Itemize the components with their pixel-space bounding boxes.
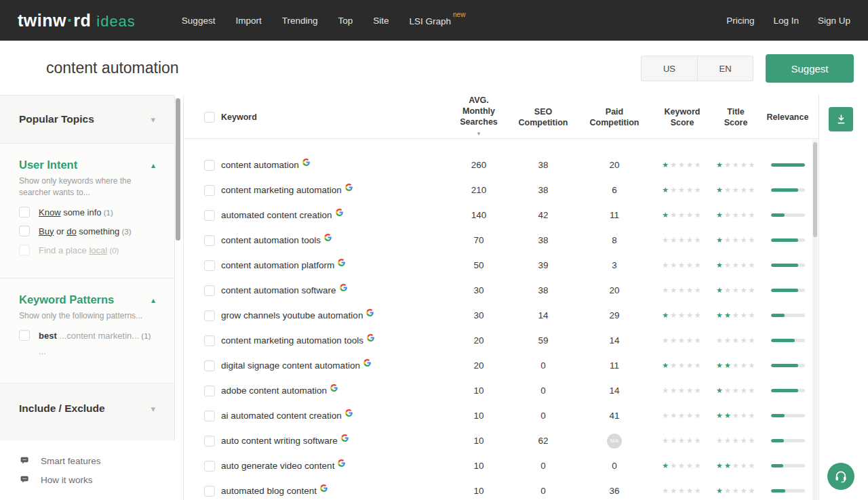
table-row[interactable]: automated content creation 140 42 11 ★★★… xyxy=(184,203,818,228)
star-empty-icon: ★ xyxy=(678,286,686,294)
google-search-icon[interactable] xyxy=(330,384,338,392)
more-patterns-ellipsis[interactable]: ... xyxy=(39,346,155,356)
relevance-bar xyxy=(755,289,819,292)
nav-item-login[interactable]: Log In xyxy=(773,16,799,26)
twinword-ideas-logo[interactable]: twinw·rd ideas xyxy=(18,11,136,30)
star-empty-icon: ★ xyxy=(662,286,670,294)
keyword-patterns-header[interactable]: Keyword Patterns ▴ xyxy=(19,278,155,306)
row-checkbox[interactable] xyxy=(204,210,215,221)
google-search-icon[interactable] xyxy=(345,184,353,191)
row-checkbox[interactable] xyxy=(204,436,215,446)
row-checkbox[interactable] xyxy=(204,185,215,196)
google-search-icon[interactable] xyxy=(338,459,345,467)
popular-topics-header[interactable]: Popular Topics ▾ xyxy=(19,96,155,125)
suggest-button[interactable]: Suggest xyxy=(766,54,854,83)
row-checkbox[interactable] xyxy=(204,310,215,321)
google-search-icon[interactable] xyxy=(338,259,345,266)
table-row[interactable]: content automation tools 70 38 8 ★★★★★ ★… xyxy=(184,228,818,253)
filter-checkbox[interactable] xyxy=(19,207,30,217)
filter-checkbox[interactable] xyxy=(19,330,30,341)
language-selector-en[interactable]: EN xyxy=(697,56,753,81)
star-filled-icon: ★ xyxy=(716,461,724,470)
table-row[interactable]: content marketing automation tools 20 59… xyxy=(184,328,818,353)
table-row[interactable]: adobe content automation 10 0 14 ★★★★★ ★… xyxy=(184,378,818,403)
row-checkbox[interactable] xyxy=(204,260,215,271)
table-row[interactable]: automated blog content 10 0 36 ★★★★★ ★★★… xyxy=(184,478,818,500)
filter-option[interactable]: Know some info (1) xyxy=(19,203,155,222)
column-header-relevance[interactable]: Relevance xyxy=(755,112,819,123)
google-search-icon[interactable] xyxy=(341,434,349,442)
google-search-icon[interactable] xyxy=(345,409,353,417)
sidebar-scrollbar[interactable] xyxy=(176,98,180,241)
table-row[interactable]: grow channels youtube automation 30 14 2… xyxy=(184,303,818,328)
table-row[interactable]: digital signage content automation 20 0 … xyxy=(184,353,818,378)
keyword-score-stars: ★★★★★ xyxy=(648,261,716,270)
row-checkbox[interactable] xyxy=(204,386,215,396)
row-checkbox[interactable] xyxy=(204,235,215,246)
headset-icon xyxy=(834,470,848,483)
row-checkbox[interactable] xyxy=(204,411,215,421)
include-exclude-header[interactable]: Include / Exclude ▾ xyxy=(19,383,155,415)
nav-item-import[interactable]: Import xyxy=(235,16,261,26)
filter-checkbox[interactable] xyxy=(19,226,30,236)
google-search-icon[interactable] xyxy=(324,234,332,241)
nav-item-site[interactable]: Site xyxy=(373,16,389,26)
table-scrollbar-thumb[interactable] xyxy=(813,142,817,237)
smart-features-link[interactable]: Smart features xyxy=(20,451,101,470)
table-row[interactable]: auto generate video content 10 0 0 ★★★★★… xyxy=(184,453,818,478)
filter-option[interactable]: Find a place local (0) xyxy=(19,241,155,259)
nav-item-top[interactable]: Top xyxy=(338,16,353,26)
table-row[interactable]: content marketing automation 210 38 6 ★★… xyxy=(184,178,818,203)
column-header-paid-competition[interactable]: Paid Competition xyxy=(580,106,648,128)
user-intent-description: Show only keywords where the searcher wa… xyxy=(19,175,148,199)
google-search-icon[interactable] xyxy=(302,159,310,166)
column-header-title-score[interactable]: Title Score xyxy=(716,106,755,128)
select-all-checkbox[interactable] xyxy=(204,112,215,123)
table-row[interactable]: content automation platform 50 39 3 ★★★★… xyxy=(184,253,818,278)
row-checkbox[interactable] xyxy=(204,335,215,346)
row-checkbox[interactable] xyxy=(204,160,215,171)
avg-monthly-searches-value: 30 xyxy=(452,285,506,295)
row-checkbox[interactable] xyxy=(204,461,215,472)
nav-item-pricing[interactable]: Pricing xyxy=(726,16,754,26)
row-checkbox[interactable] xyxy=(204,486,215,497)
column-header-avg-monthly-searches[interactable]: AVG. Monthly Searches ▼ xyxy=(452,95,506,140)
row-checkbox[interactable] xyxy=(204,360,215,371)
title-score-stars: ★★★★★ xyxy=(716,161,755,169)
avg-monthly-searches-value: 30 xyxy=(452,310,506,320)
download-results-button[interactable] xyxy=(829,107,853,131)
how-it-works-link[interactable]: How it works xyxy=(20,470,101,489)
google-search-icon[interactable] xyxy=(367,334,374,341)
star-empty-icon: ★ xyxy=(662,336,670,344)
user-intent-header[interactable]: User Intent ▴ xyxy=(19,144,155,171)
country-selector-us[interactable]: US xyxy=(642,56,697,81)
table-row[interactable]: content automation software 30 38 20 ★★★… xyxy=(184,278,818,303)
paid-competition-value: 41 xyxy=(580,411,648,421)
google-search-icon[interactable] xyxy=(340,284,347,291)
google-search-icon[interactable] xyxy=(366,309,374,316)
google-search-icon[interactable] xyxy=(336,209,343,216)
row-checkbox[interactable] xyxy=(204,285,215,296)
star-empty-icon: ★ xyxy=(670,411,678,419)
filter-option[interactable]: Buy or do something (3) xyxy=(19,222,155,241)
nav-item-lsi-graph[interactable]: LSI Graphnew xyxy=(410,14,466,26)
star-empty-icon: ★ xyxy=(732,486,741,495)
google-search-icon[interactable] xyxy=(320,484,328,492)
support-chat-button[interactable] xyxy=(827,463,854,490)
nav-item-signup[interactable]: Sign Up xyxy=(818,16,850,26)
table-row[interactable]: auto content writing software 10 62 N/A … xyxy=(184,428,818,453)
nav-item-trending[interactable]: Trending xyxy=(282,16,318,26)
column-header-keyword-score[interactable]: Keyword Score xyxy=(648,106,716,128)
table-row[interactable]: content automation 260 38 20 ★★★★★ ★★★★★ xyxy=(184,152,818,178)
filter-checkbox[interactable] xyxy=(19,245,30,255)
column-header-seo-competition[interactable]: SEO Competition xyxy=(506,106,580,128)
table-row[interactable]: ai automated content creation 10 0 41 ★★… xyxy=(184,403,818,428)
filter-option[interactable]: best ...content marketin... (1) xyxy=(19,326,155,345)
nav-item-suggest[interactable]: Suggest xyxy=(182,16,216,26)
google-search-icon[interactable] xyxy=(363,359,371,367)
column-header-keyword[interactable]: Keyword xyxy=(221,112,452,123)
table-scrollbar[interactable] xyxy=(812,140,818,500)
keyword-cell: content automation software xyxy=(221,285,452,295)
title-score-stars: ★★★★★ xyxy=(716,286,755,295)
keyword-search-input[interactable] xyxy=(46,59,426,77)
